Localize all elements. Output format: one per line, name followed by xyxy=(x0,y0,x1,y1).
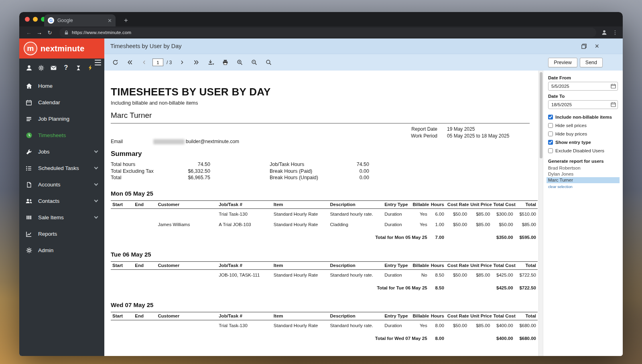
user-list-item[interactable]: Brad Robertson xyxy=(547,165,620,171)
checkbox-label: Hide buy prices xyxy=(555,131,587,136)
download-button[interactable]: ▾ xyxy=(205,57,217,68)
close-window-button[interactable] xyxy=(25,17,30,22)
calendar-icon xyxy=(25,99,33,107)
previous-page-button[interactable] xyxy=(138,57,150,68)
user-icon[interactable] xyxy=(25,64,33,72)
day-total-cost: $350.00 xyxy=(492,230,514,242)
minimize-window-button[interactable] xyxy=(33,17,38,22)
chevron-down-icon xyxy=(94,215,98,219)
print-button[interactable] xyxy=(219,57,231,68)
new-tab-button[interactable]: + xyxy=(121,16,131,24)
mail-icon[interactable] xyxy=(50,64,58,72)
summary-value: 74.50 xyxy=(357,161,369,168)
refresh-button[interactable] xyxy=(109,57,121,68)
send-button[interactable]: Send xyxy=(580,58,603,67)
next-page-button[interactable] xyxy=(176,57,188,68)
url-bar[interactable]: https://www.nextminute.com xyxy=(59,28,596,37)
summary-grid: Total hours74.50 Total Excluding Tax$6,3… xyxy=(111,161,538,181)
close-viewer-icon[interactable]: × xyxy=(595,42,599,50)
summary-label: Break Hours (Unpaid) xyxy=(270,174,318,181)
filter-checkbox[interactable]: Hide buy prices xyxy=(548,129,618,138)
report-options-panel: Date From Date To Include non-billable i… xyxy=(543,71,623,356)
checkbox-input[interactable] xyxy=(548,140,553,145)
sidebar-item-contacts[interactable]: Contacts xyxy=(19,193,104,209)
day-heading: Wed 07 May 25 xyxy=(111,301,538,308)
date-from-input[interactable] xyxy=(548,82,618,91)
restore-window-icon[interactable] xyxy=(581,44,587,49)
hourglass-icon[interactable] xyxy=(74,64,82,72)
sidebar-item-home[interactable]: Home xyxy=(19,78,104,94)
table-cell: Trial Task-130 xyxy=(217,320,272,331)
page-number-input[interactable] xyxy=(152,59,163,66)
first-page-button[interactable] xyxy=(124,57,136,68)
checkbox-input[interactable] xyxy=(548,131,553,136)
zoom-in-button[interactable] xyxy=(234,57,246,68)
hamburger-menu-icon[interactable] xyxy=(93,59,102,66)
last-page-button[interactable] xyxy=(190,57,202,68)
checkbox-input[interactable] xyxy=(548,148,553,153)
sidebar-item-sale-items[interactable]: Sale Items xyxy=(19,209,104,226)
report-subtitle: Including billable and non-billable item… xyxy=(111,100,538,106)
day-total-row: Total for Mon 05 May 257.00$350.00$595.0… xyxy=(111,230,538,242)
browser-tab[interactable]: G Google ✕ xyxy=(44,14,116,26)
table-cell: Yes xyxy=(411,208,429,219)
table-cell: Trial Task-130 xyxy=(217,208,272,219)
table-cell: 8.50 xyxy=(429,269,446,280)
summary-value: $6,965.75 xyxy=(188,174,210,181)
sidebar-item-accounts[interactable]: Accounts xyxy=(19,176,104,193)
search-button[interactable] xyxy=(262,57,274,68)
calendar-picker-icon[interactable] xyxy=(611,83,616,89)
nextminute-logo[interactable]: m nextminute xyxy=(19,38,104,59)
column-header: Start xyxy=(111,312,133,320)
table-row: Trial Task-130Standard Hourly RateStanda… xyxy=(111,320,538,331)
column-header: End xyxy=(133,261,156,269)
clear-selection-link[interactable]: clear selection xyxy=(548,184,573,189)
back-icon[interactable]: ← xyxy=(24,29,34,36)
sidebar-item-reports[interactable]: Reports xyxy=(19,226,104,242)
column-header: Job/Task # xyxy=(217,312,272,320)
zoom-out-button[interactable] xyxy=(248,57,260,68)
timesheets-clock-icon xyxy=(25,131,33,140)
filter-checkbox[interactable]: Hide sell prices xyxy=(548,121,618,129)
sidebar-item-timesheets[interactable]: Timesheets xyxy=(19,127,104,144)
day-total-hours: 8.50 xyxy=(429,280,446,293)
chevron-down-icon xyxy=(94,182,98,186)
table-cell xyxy=(156,208,217,219)
reload-icon[interactable]: ↻ xyxy=(45,30,55,36)
gear-icon[interactable] xyxy=(37,64,45,72)
sidebar-item-scheduled-tasks[interactable]: Scheduled Tasks xyxy=(19,160,104,176)
profile-icon[interactable] xyxy=(601,29,607,36)
sidebar-item-calendar[interactable]: Calendar xyxy=(19,94,104,111)
checkbox-input[interactable] xyxy=(548,115,553,119)
calendar-picker-icon[interactable] xyxy=(611,102,616,107)
date-to-input[interactable] xyxy=(548,100,618,109)
column-header: Entry Type xyxy=(383,200,411,208)
date-to-label: Date To xyxy=(548,94,618,99)
help-icon[interactable]: ? xyxy=(62,64,70,72)
vertical-scrollbar[interactable] xyxy=(538,71,543,356)
table-cell: Cladding xyxy=(329,219,383,230)
forward-icon[interactable]: → xyxy=(35,29,44,36)
column-header: Total Cost xyxy=(492,261,514,269)
browser-tab-bar: G Google ✕ + xyxy=(19,12,623,26)
checkbox-input[interactable] xyxy=(548,123,553,128)
column-header: Description xyxy=(329,261,383,269)
table-cell: Yes xyxy=(411,320,429,331)
column-header: Total Cost xyxy=(492,200,514,208)
scrollbar-thumb[interactable] xyxy=(540,72,542,158)
sidebar-item-job-planning[interactable]: Job Planning xyxy=(19,111,104,127)
filter-checkbox[interactable]: Show entry type xyxy=(548,138,618,146)
timesheet-table: StartEndCustomerJob/Task #ItemDescriptio… xyxy=(111,261,538,293)
filter-checkbox[interactable]: Exclude Disabled Users xyxy=(548,146,618,155)
tab-close-icon[interactable]: ✕ xyxy=(108,18,112,24)
day-total-row: Total for Tue 06 May 258.50$425.00$722.5… xyxy=(111,280,538,293)
sidebar-item-label: Jobs xyxy=(38,149,50,155)
preview-button[interactable]: Preview xyxy=(548,58,577,67)
sidebar-item-admin[interactable]: Admin xyxy=(19,242,104,259)
sidebar-item-jobs[interactable]: Jobs xyxy=(19,144,104,160)
user-list-item[interactable]: Marc Turner xyxy=(547,177,620,183)
filter-checkbox[interactable]: Include non-billable items xyxy=(548,113,618,121)
table-cell xyxy=(111,269,133,280)
browser-menu-icon[interactable]: ⋮ xyxy=(612,29,618,36)
user-list-item[interactable]: Dylan Jones xyxy=(547,171,620,177)
